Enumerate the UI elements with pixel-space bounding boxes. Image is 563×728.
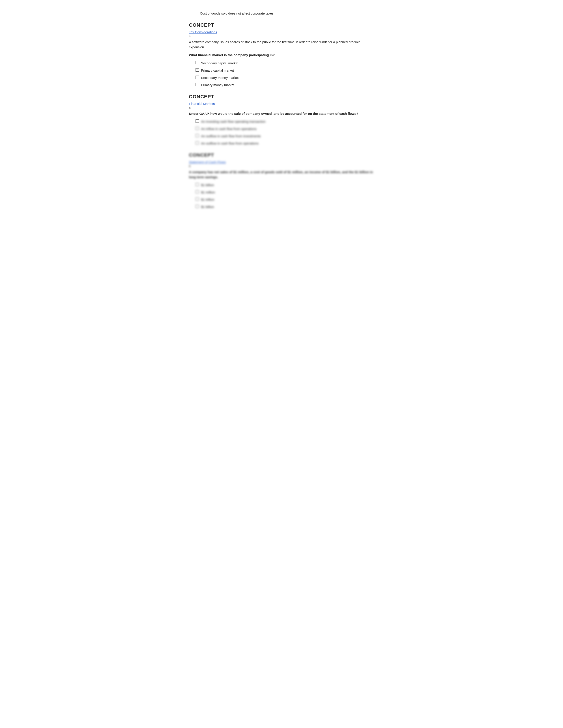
checkbox-row: Secondary money market	[195, 75, 374, 80]
top-checkbox[interactable]	[198, 7, 201, 10]
checkbox-row: $1 trillion	[195, 197, 374, 202]
answer-label-c3-1: $1 billion	[201, 183, 214, 187]
concept1-link[interactable]: Tax Considerations	[189, 30, 374, 34]
concept2-number: 5	[189, 106, 374, 110]
concept1-number: 4	[189, 34, 374, 38]
top-list-item: Cost of goods sold does not affect corpo…	[198, 7, 374, 16]
concept1-bold-text: What financial market is the company par…	[189, 53, 275, 57]
answer-label-c3-4: $1 billion	[201, 204, 214, 209]
answer-checkbox-4[interactable]	[195, 83, 199, 86]
concept2-link[interactable]: Financial Markets	[189, 102, 374, 106]
answer-checkbox-c3-3[interactable]	[195, 197, 199, 201]
concept3-number: 6	[189, 164, 374, 168]
answer-item: $1 billion	[195, 204, 374, 209]
concept2-question-text: Under GAAP, how would the sale of compan…	[189, 111, 374, 116]
top-item-label: Cost of goods sold does not affect corpo…	[200, 11, 374, 16]
answer-checkbox-c2-3[interactable]	[195, 134, 199, 137]
concept1-question-text: A software company issues shares of stoc…	[189, 40, 374, 50]
answer-checkbox-3[interactable]	[195, 76, 199, 79]
concept3-link[interactable]: Statement of Cash Flows	[189, 160, 374, 164]
answer-checkbox-c3-1[interactable]	[195, 183, 199, 186]
checkbox-row: An investing cash flow operating transac…	[195, 119, 374, 124]
checkbox-row: $1 million	[195, 190, 374, 195]
checkbox-row: Primary capital market	[195, 68, 374, 73]
concept3-bold-text: A company has net sales of $1 million, a…	[189, 170, 373, 179]
answer-item: An inflow in cash flow from operations	[195, 126, 374, 131]
checkbox-row: An outflow in cash flow from operations	[195, 141, 374, 146]
answer-checkbox-c2-1[interactable]	[195, 119, 199, 123]
answer-item: $1 billion	[195, 183, 374, 187]
concept2-bold-text: Under GAAP, how would the sale of compan…	[189, 112, 358, 115]
concept3-question-text: A company has net sales of $1 million, a…	[189, 170, 374, 180]
answer-label-4: Primary money market	[201, 83, 234, 87]
concept1-question-body: A software company issues shares of stoc…	[189, 40, 360, 49]
concept1-question-bold: What financial market is the company par…	[189, 53, 374, 58]
concept1-answer-list: Secondary capital market Primary capital…	[195, 61, 374, 87]
concept3-section: CONCEPT Statement of Cash Flows 6 A comp…	[189, 152, 374, 209]
answer-label-c2-3: An outflow in cash flow from investments	[201, 134, 261, 138]
answer-label-c2-1: An investing cash flow operating transac…	[201, 119, 265, 124]
checkbox-row: $1 billion	[195, 183, 374, 187]
top-bullet-list: Cost of goods sold does not affect corpo…	[198, 7, 374, 16]
answer-label-c2-4: An outflow in cash flow from operations	[201, 141, 258, 146]
answer-item: Secondary money market	[195, 75, 374, 80]
answer-item: Primary money market	[195, 83, 374, 87]
answer-checkbox-1[interactable]	[195, 61, 199, 64]
answer-checkbox-c2-2[interactable]	[195, 127, 199, 130]
checkbox-row: Secondary capital market	[195, 61, 374, 65]
answer-label-3: Secondary money market	[201, 75, 239, 80]
answer-label-1: Secondary capital market	[201, 61, 238, 65]
answer-label-2: Primary capital market	[201, 68, 234, 73]
top-checkbox-row	[198, 7, 374, 10]
checkbox-row: $1 billion	[195, 204, 374, 209]
concept2-section: CONCEPT Financial Markets 5 Under GAAP, …	[189, 94, 374, 146]
answer-item: An outflow in cash flow from operations	[195, 141, 374, 146]
answer-checkbox-c2-4[interactable]	[195, 141, 199, 145]
answer-checkbox-c3-2[interactable]	[195, 190, 199, 193]
checkbox-row: An inflow in cash flow from operations	[195, 126, 374, 131]
answer-checkbox-c3-4[interactable]	[195, 205, 199, 208]
answer-item: Primary capital market	[195, 68, 374, 73]
answer-item: An investing cash flow operating transac…	[195, 119, 374, 124]
answer-item: An outflow in cash flow from investments	[195, 134, 374, 138]
answer-item: $1 million	[195, 190, 374, 195]
concept3-heading: CONCEPT	[189, 152, 374, 158]
concept1-section: CONCEPT Tax Considerations 4 A software …	[189, 22, 374, 87]
top-section: Cost of goods sold does not affect corpo…	[189, 7, 374, 16]
answer-label-c2-2: An inflow in cash flow from operations	[201, 126, 256, 131]
concept1-heading: CONCEPT	[189, 22, 374, 28]
answer-item: $1 trillion	[195, 197, 374, 202]
concept2-heading: CONCEPT	[189, 94, 374, 100]
checkbox-row: An outflow in cash flow from investments	[195, 134, 374, 138]
concept2-answer-list: An investing cash flow operating transac…	[195, 119, 374, 146]
concept3-answer-list: $1 billion $1 million $1 trillion $1 bil…	[195, 183, 374, 209]
checkbox-row: Primary money market	[195, 83, 374, 87]
answer-checkbox-2[interactable]	[195, 68, 199, 72]
answer-item: Secondary capital market	[195, 61, 374, 65]
answer-label-c3-2: $1 million	[201, 190, 215, 195]
answer-label-c3-3: $1 trillion	[201, 197, 214, 202]
